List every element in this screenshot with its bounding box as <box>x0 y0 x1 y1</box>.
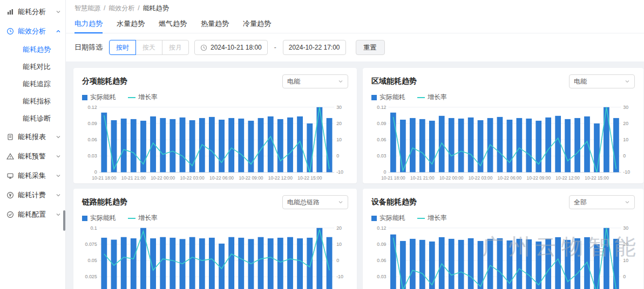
bar-series-marker <box>82 95 87 100</box>
svg-text:0: 0 <box>623 153 626 159</box>
sidebar-item-energy-diagnosis[interactable]: 能耗诊断 <box>0 110 65 127</box>
chevron-down-icon <box>338 79 343 84</box>
svg-text:0.05: 0.05 <box>87 258 97 263</box>
billing-icon <box>6 191 14 199</box>
svg-text:0: 0 <box>336 153 339 159</box>
reset-button[interactable]: 重置 <box>356 40 385 55</box>
bar-line-chart: 0-100.0300.06100.09200.123010-21 18:0010… <box>82 103 348 182</box>
chart-legend: 实际能耗 增长率 <box>371 214 635 223</box>
legend-label: 增长率 <box>138 93 158 102</box>
select-value: 电能总链路 <box>287 198 320 207</box>
chevron-up-icon <box>56 29 61 34</box>
tab-water-trend[interactable]: 水量趋势 <box>117 19 145 33</box>
link-select[interactable]: 电能总链路 <box>282 195 348 209</box>
svg-text:10-22 00:00: 10-22 00:00 <box>439 175 464 181</box>
legend-item-actual-energy[interactable]: 实际能耗 <box>371 214 405 223</box>
chart-legend: 实际能耗 增长率 <box>371 93 635 102</box>
sidebar-item-energy-indicator[interactable]: 能耗指标 <box>0 93 65 110</box>
sidebar-item-label: 能耗配置 <box>18 210 56 219</box>
svg-text:20: 20 <box>336 225 342 231</box>
svg-text:10: 10 <box>336 137 342 142</box>
chart-card-area-energy: 区域能耗趋势 电能 实际能耗 增长率 0-100.0300.06100.0920… <box>363 68 643 183</box>
chart-card-link-energy: 链路能耗趋势 电能总链路 实际能耗 增长率 0-200.025-100.0500… <box>73 189 357 289</box>
chevron-down-icon <box>56 212 61 217</box>
legend-item-growth-rate[interactable]: 增长率 <box>417 214 447 223</box>
tab-heat-trend[interactable]: 热量趋势 <box>201 19 229 33</box>
svg-text:0.025: 0.025 <box>85 274 97 279</box>
breadcrumb-separator: / <box>138 4 139 12</box>
svg-text:10-22 09:00: 10-22 09:00 <box>527 175 551 181</box>
sidebar-item-energy-analysis[interactable]: 能耗分析 <box>0 2 65 22</box>
device-select[interactable]: 全部 <box>569 195 635 209</box>
tab-electric-trend[interactable]: 电力趋势 <box>74 19 103 33</box>
chevron-down-icon <box>56 134 61 140</box>
sidebar: 能耗分析 能效分析 能耗趋势 能耗对比 能耗追踪 能耗指标 能耗诊断 能耗报表 <box>0 0 66 289</box>
date-range-separator: - <box>274 44 276 51</box>
sidebar-scrollbar[interactable] <box>63 210 65 231</box>
by-day-button[interactable]: 按天 <box>135 40 162 55</box>
svg-text:0.03: 0.03 <box>87 153 97 159</box>
bar-series-marker <box>371 216 377 221</box>
legend-label: 增长率 <box>138 214 158 223</box>
legend-item-growth-rate[interactable]: 增长率 <box>128 93 158 102</box>
breadcrumb-item[interactable]: 智慧能源 <box>74 4 100 13</box>
date-end-input[interactable]: 2024-10-22 17:00 <box>283 40 346 55</box>
legend-item-actual-energy[interactable]: 实际能耗 <box>371 93 405 102</box>
sidebar-item-energy-trend[interactable]: 能耗趋势 <box>0 41 65 58</box>
by-hour-button[interactable]: 按时 <box>109 40 136 55</box>
svg-text:-10: -10 <box>623 169 630 175</box>
bar-chart-icon <box>6 8 14 16</box>
svg-text:10-22 06:00: 10-22 06:00 <box>498 175 522 181</box>
clock-icon <box>6 27 14 35</box>
svg-text:10-21 18:00: 10-21 18:00 <box>92 175 116 181</box>
sidebar-item-energy-compare[interactable]: 能耗对比 <box>0 58 65 75</box>
svg-text:10-21 18:00: 10-21 18:00 <box>381 175 405 181</box>
legend-item-actual-energy[interactable]: 实际能耗 <box>82 214 116 223</box>
select-value: 电能 <box>287 77 300 86</box>
granularity-button-group: 按时 按天 按月 <box>109 40 189 55</box>
tab-cooling-trend[interactable]: 冷量趋势 <box>243 19 271 33</box>
legend-label: 实际能耗 <box>90 214 116 223</box>
legend-label: 增长率 <box>428 214 447 223</box>
date-start-input[interactable]: 2024-10-21 18:00 <box>194 40 268 55</box>
legend-label: 实际能耗 <box>379 93 405 102</box>
date-end-value: 2024-10-22 17:00 <box>289 44 340 51</box>
sidebar-item-energy-billing[interactable]: 能耗计费 <box>0 185 65 205</box>
svg-text:10-21 21:00: 10-21 21:00 <box>121 175 146 181</box>
svg-text:10: 10 <box>623 258 628 263</box>
svg-text:0.03: 0.03 <box>377 274 386 279</box>
svg-text:0: 0 <box>336 258 339 263</box>
main-content: 智慧能源 / 能效分析 / 能耗趋势 电力趋势 水量趋势 燃气趋势 热量趋势 冷… <box>66 0 644 289</box>
tab-gas-trend[interactable]: 燃气趋势 <box>159 19 187 33</box>
check-circle-icon <box>6 211 14 218</box>
energy-type-select[interactable]: 电能 <box>282 74 348 88</box>
svg-text:30: 30 <box>623 225 628 231</box>
energy-type-select[interactable]: 电能 <box>569 74 635 88</box>
sidebar-item-energy-track[interactable]: 能耗追踪 <box>0 75 65 93</box>
select-value: 电能 <box>574 77 587 86</box>
clock-icon <box>200 44 207 51</box>
svg-text:0.06: 0.06 <box>377 258 386 263</box>
legend-item-growth-rate[interactable]: 增长率 <box>128 214 158 223</box>
svg-text:0.06: 0.06 <box>377 137 386 142</box>
svg-text:-10: -10 <box>336 169 343 175</box>
sidebar-item-efficiency-analysis[interactable]: 能效分析 <box>0 22 65 41</box>
chevron-down-icon <box>56 154 61 159</box>
report-icon <box>6 133 14 141</box>
svg-text:10-22 09:00: 10-22 09:00 <box>239 175 263 181</box>
svg-text:20: 20 <box>336 121 342 126</box>
legend-item-actual-energy[interactable]: 实际能耗 <box>82 93 116 102</box>
chevron-down-icon <box>56 173 61 178</box>
svg-text:0.12: 0.12 <box>377 105 386 110</box>
svg-text:20: 20 <box>623 242 628 247</box>
sidebar-item-energy-collection[interactable]: 能耗采集 <box>0 166 65 185</box>
breadcrumb-item[interactable]: 能效分析 <box>109 4 134 13</box>
by-month-button[interactable]: 按月 <box>162 40 189 55</box>
bar-line-chart: 0-100.0300.06100.09200.123010-21 18:0010… <box>371 224 635 289</box>
svg-text:10-22 03:00: 10-22 03:00 <box>469 175 493 181</box>
sidebar-item-energy-report[interactable]: 能耗报表 <box>0 127 65 147</box>
sidebar-item-energy-config[interactable]: 能耗配置 <box>0 205 65 224</box>
legend-item-growth-rate[interactable]: 增长率 <box>417 93 447 102</box>
warning-icon <box>6 153 14 160</box>
sidebar-item-energy-alert[interactable]: 能耗预警 <box>0 147 65 166</box>
